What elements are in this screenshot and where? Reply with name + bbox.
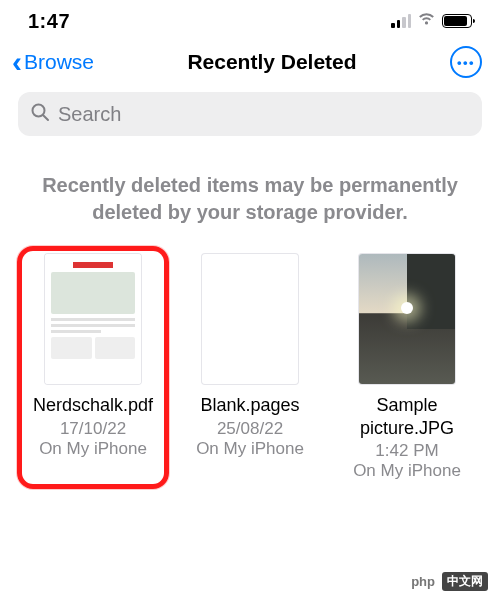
watermark-brand: php [408,574,438,589]
file-thumbnail [202,254,298,384]
file-location: On My iPhone [39,439,147,459]
status-bar: 1:47 [0,0,500,38]
chevron-left-icon: ‹ [12,47,22,77]
search-bar[interactable] [18,92,482,136]
back-label: Browse [24,50,94,74]
watermark: php 中文网 [408,572,488,591]
file-date: 25/08/22 [217,419,283,439]
file-name: Nerdschalk.pdf [33,394,153,417]
page-title: Recently Deleted [187,50,356,74]
more-options-button[interactable]: ••• [450,46,482,78]
file-name: Blank.pages [200,394,299,417]
info-banner: Recently deleted items may be permanentl… [0,154,500,248]
file-thumbnail [45,254,141,384]
file-grid: Nerdschalk.pdf 17/10/22 On My iPhone Bla… [0,248,500,487]
file-item[interactable]: Nerdschalk.pdf 17/10/22 On My iPhone [18,248,168,487]
file-item[interactable]: Blank.pages 25/08/22 On My iPhone [175,248,325,487]
wifi-icon [417,12,436,30]
back-button[interactable]: ‹ Browse [12,47,94,77]
file-item[interactable]: Sample picture.JPG 1:42 PM On My iPhone [332,248,482,487]
file-date: 1:42 PM [375,441,438,461]
navigation-bar: ‹ Browse Recently Deleted ••• [0,38,500,86]
status-time: 1:47 [28,10,70,33]
ellipsis-icon: ••• [457,55,475,70]
file-date: 17/10/22 [60,419,126,439]
svg-line-1 [43,115,48,120]
file-location: On My iPhone [196,439,304,459]
file-thumbnail [359,254,455,384]
cellular-signal-icon [391,14,411,28]
file-location: On My iPhone [353,461,461,481]
battery-icon [442,14,472,28]
search-input[interactable] [58,103,470,126]
search-icon [30,102,50,126]
status-icons [391,12,472,30]
watermark-cn: 中文网 [442,572,488,591]
file-name: Sample picture.JPG [338,394,476,439]
